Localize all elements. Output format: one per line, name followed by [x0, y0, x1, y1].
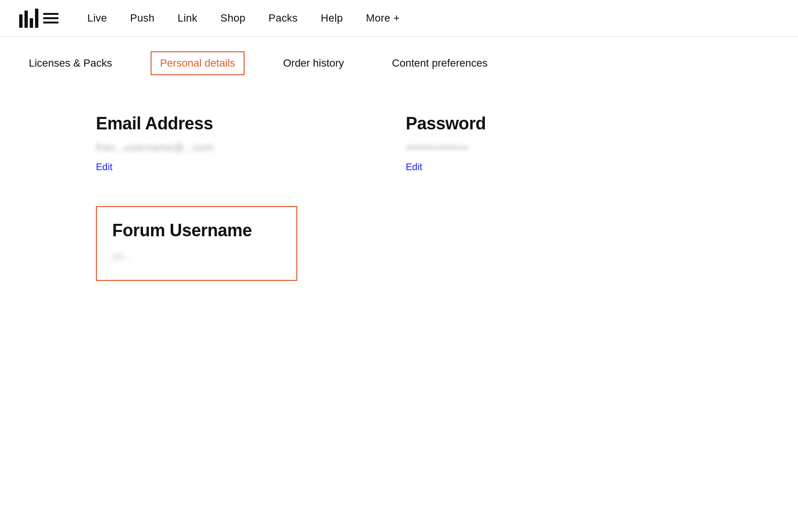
email-section: Email Address fran...username@...com Edi…	[96, 114, 214, 173]
logo-bars-icon	[19, 9, 38, 28]
nav-link-help[interactable]: Help	[321, 12, 343, 24]
password-section: Password •••••••••••••••• Edit	[406, 114, 486, 173]
nav-item-shop[interactable]: Shop	[221, 12, 246, 24]
nav-item-live[interactable]: Live	[87, 12, 107, 24]
main-content: Email Address fran...username@...com Edi…	[0, 75, 798, 310]
tab-order-history[interactable]: Order history	[273, 51, 353, 75]
nav-link-shop[interactable]: Shop	[221, 12, 246, 24]
logo-bar-2	[24, 11, 28, 28]
logo-menu-icon	[43, 13, 59, 23]
forum-username-value: ab...	[112, 250, 281, 263]
password-value: ••••••••••••••••	[406, 141, 486, 154]
tab-bar: Licenses & Packs Personal details Order …	[0, 37, 798, 75]
email-value: fran...username@...com	[96, 141, 214, 154]
nav-item-link[interactable]: Link	[177, 12, 197, 24]
header: Live Push Link Shop Packs Help More +	[0, 0, 798, 37]
email-edit-button[interactable]: Edit	[96, 162, 214, 173]
logo-bar-4	[35, 9, 38, 28]
forum-username-title: Forum Username	[112, 220, 281, 241]
nav-item-help[interactable]: Help	[321, 12, 343, 24]
nav-link-link[interactable]: Link	[177, 12, 197, 24]
tab-licenses-packs[interactable]: Licenses & Packs	[19, 51, 122, 75]
tab-personal-details[interactable]: Personal details	[151, 51, 245, 75]
nav-item-more[interactable]: More +	[366, 12, 399, 24]
nav-link-push[interactable]: Push	[130, 12, 154, 24]
email-password-row: Email Address fran...username@...com Edi…	[96, 114, 702, 173]
nav-link-packs[interactable]: Packs	[269, 12, 298, 24]
password-edit-button[interactable]: Edit	[406, 162, 486, 173]
email-address-title: Email Address	[96, 114, 214, 134]
logo-bar-1	[19, 14, 23, 28]
tab-content-preferences[interactable]: Content preferences	[382, 51, 497, 75]
logo-menu-line-2	[43, 17, 59, 19]
forum-username-section: Forum Username ab...	[96, 206, 297, 281]
logo[interactable]	[19, 9, 59, 28]
logo-menu-line-3	[43, 22, 59, 23]
nav-link-more[interactable]: More +	[366, 12, 399, 24]
nav-item-push[interactable]: Push	[130, 12, 154, 24]
logo-bar-3	[30, 18, 33, 28]
nav-item-packs[interactable]: Packs	[269, 12, 298, 24]
password-title: Password	[406, 114, 486, 134]
logo-menu-line-1	[43, 13, 59, 15]
nav-link-live[interactable]: Live	[87, 12, 107, 24]
nav-links-list: Live Push Link Shop Packs Help More +	[87, 12, 399, 24]
main-nav: Live Push Link Shop Packs Help More +	[87, 12, 399, 24]
